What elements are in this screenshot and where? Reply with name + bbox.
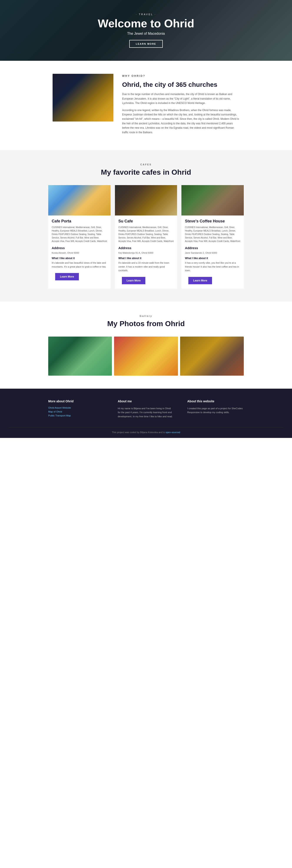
cafe-address-title-2: Address — [118, 246, 174, 250]
hero-title: Welcome to Ohrid — [98, 18, 194, 30]
cafe-what-text-1: It's lakeside and has beautiful views of… — [52, 261, 107, 269]
footer-col2-text: Hi my name is Biljana and I've been livi… — [118, 406, 174, 418]
gallery-title: My Photos from Ohrid — [4, 319, 288, 328]
why-paragraph-1: Due to the large number of churches and … — [122, 92, 239, 105]
cafe-card-3: Steve's Coffee House CUISINES Internatio… — [181, 185, 244, 289]
cafes-section-label: CAFES — [4, 163, 288, 166]
hero-subtitle: The Jewel of Macedonia — [127, 32, 165, 36]
cafe-address-title-3: Address — [185, 246, 240, 250]
why-title: Ohrid, the city of 365 churches — [122, 81, 239, 89]
cafe-address-title-1: Address — [52, 246, 107, 250]
travel-label: · TRAVEL · — [136, 13, 156, 16]
cafe-image-1 — [48, 185, 111, 215]
hero-learn-more-button[interactable]: LEARN MORE — [129, 40, 163, 48]
cafe-cuisines-1: CUISINES International, Mediterranean, G… — [52, 226, 107, 243]
learn-more-button-2[interactable]: Learn More — [122, 277, 146, 284]
footer-col3-text: I created this page as part of a project… — [187, 406, 244, 414]
footer: More about Ohrid Ohrid Airport Website M… — [0, 389, 292, 438]
footer-link-map[interactable]: Map of Ohrid — [48, 410, 105, 413]
footer-col-1: More about Ohrid Ohrid Airport Website M… — [48, 400, 105, 418]
hero-section: · TRAVEL · Welcome to Ohrid The Jewel of… — [0, 0, 292, 61]
cafe-what-text-3: It has a very comfy vibe, you feel like … — [185, 261, 240, 273]
footer-bottom-text: This project was coded by Biljana Kotevs… — [112, 431, 166, 434]
why-image — [53, 74, 113, 122]
cafe-name-1: Cafe Porta — [52, 219, 107, 223]
footer-col-3: About this website I created this page a… — [187, 400, 244, 418]
gallery-label: Gallery — [4, 315, 288, 317]
footer-col1-title: More about Ohrid — [48, 400, 105, 403]
cafe-address-1: Kosta Abrash, Ohrid 6000 — [52, 251, 107, 254]
why-text-block: WHY OHRID? Ohrid, the city of 365 church… — [122, 74, 239, 137]
cafes-title: My favorite cafes in Ohrid — [4, 168, 288, 177]
footer-grid: More about Ohrid Ohrid Airport Website M… — [48, 400, 244, 418]
cafe-card-2: Su Cafe CUISINES International, Mediterr… — [115, 185, 177, 289]
cafe-what-label-2: What I like about it — [118, 257, 174, 260]
cafe-image-3 — [181, 185, 244, 215]
gallery-image-2 — [114, 337, 178, 376]
cafe-what-label-1: What I like about it — [52, 257, 107, 260]
gallery-image-3 — [180, 337, 244, 376]
cafe-address-3: Jane Sandanski 2, Ohrid 6000 — [185, 251, 240, 254]
why-section: WHY OHRID? Ohrid, the city of 365 church… — [48, 74, 244, 137]
cafe-what-text-2: It's lakeside and a 10 minute walk from … — [118, 261, 174, 273]
cafe-card-1: Cafe Porta CUISINES International, Medit… — [48, 185, 111, 289]
footer-link-transport[interactable]: Public Transport Map — [48, 414, 105, 417]
cafe-address-2: Kej Makedonija 91 A, Ohrid 6000 — [118, 251, 174, 254]
footer-open-source-link[interactable]: open-sourced — [166, 431, 180, 434]
why-paragraph-2: According to one legend, written by the … — [122, 108, 239, 134]
gallery-image-1 — [48, 337, 112, 376]
cafes-section: CAFES My favorite cafes in Ohrid Cafe Po… — [0, 150, 292, 302]
cafe-name-3: Steve's Coffee House — [185, 219, 240, 223]
footer-link-airport[interactable]: Ohrid Airport Website — [48, 406, 105, 409]
learn-more-button-1[interactable]: Learn More — [55, 273, 79, 280]
learn-more-button-3[interactable]: Learn More — [188, 277, 212, 284]
cafe-what-label-3: What I like about it — [185, 257, 240, 260]
gallery-section: Gallery My Photos from Ohrid — [0, 302, 292, 389]
cafe-image-2 — [115, 185, 177, 215]
footer-col3-title: About this website — [187, 400, 244, 403]
cafes-grid: Cafe Porta CUISINES International, Medit… — [48, 185, 244, 289]
footer-col2-title: About me — [118, 400, 174, 403]
cafe-name-2: Su Cafe — [118, 219, 174, 223]
footer-bottom: This project was coded by Biljana Kotevs… — [9, 427, 283, 434]
footer-col-2: About me Hi my name is Biljana and I've … — [118, 400, 174, 418]
gallery-grid — [48, 337, 244, 376]
cafe-cuisines-3: CUISINES International, Mediterranean, G… — [185, 226, 240, 243]
why-label: WHY OHRID? — [122, 74, 239, 78]
cafe-cuisines-2: CUISINES International, Mediterranean, G… — [118, 226, 174, 243]
